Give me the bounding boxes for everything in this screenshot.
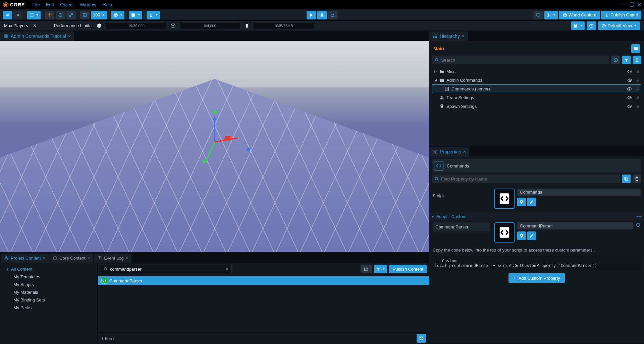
hierarchy-cube-button[interactable]: [611, 56, 620, 64]
locate-button[interactable]: [517, 198, 526, 206]
world-space-button[interactable]: ▼: [111, 11, 125, 19]
max-players-label: Max Players: [4, 23, 28, 28]
viewport-3d[interactable]: [0, 41, 429, 252]
content-item-commandparser[interactable]: CommandParser: [98, 276, 429, 285]
svg-rect-38: [420, 339, 421, 340]
terrain-button[interactable]: ▼: [129, 11, 142, 19]
maximize-icon[interactable]: ❐: [630, 2, 634, 8]
visibility-icon[interactable]: [627, 78, 632, 83]
lock-icon[interactable]: [635, 87, 640, 91]
select-mode-button[interactable]: ▼: [27, 11, 41, 19]
tab-project-content[interactable]: Project Content ×: [1, 254, 49, 263]
redo-button[interactable]: [13, 11, 23, 19]
close-icon[interactable]: ×: [462, 33, 465, 39]
sidebar-my-templates[interactable]: My Templates: [0, 273, 97, 281]
custom-property-name[interactable]: CommandParser: [517, 222, 633, 229]
hierarchy-search-input[interactable]: [441, 58, 606, 63]
undo-button[interactable]: [3, 11, 12, 19]
properties-search-input[interactable]: [441, 177, 617, 182]
scale-tool-button[interactable]: [66, 11, 76, 19]
close-icon[interactable]: ×: [463, 149, 466, 154]
script-thumbnail[interactable]: [494, 222, 515, 243]
move-tool-button[interactable]: [45, 11, 54, 19]
tree-item-admin-commands[interactable]: ◢ Admin Commands: [432, 76, 641, 84]
lock-icon[interactable]: [636, 95, 640, 100]
close-icon[interactable]: ×: [43, 256, 46, 261]
default-view-button[interactable]: Default View▼: [598, 21, 640, 30]
close-icon[interactable]: ×: [88, 256, 90, 261]
hierarchy-search[interactable]: [432, 56, 609, 64]
lock-icon[interactable]: [636, 69, 640, 74]
add-custom-property-button[interactable]: + Add Custom Property: [508, 273, 565, 283]
pause-button[interactable]: [317, 11, 327, 19]
perf-limits-label: Performance Limits:: [54, 23, 93, 28]
menu-object[interactable]: Object: [60, 2, 73, 7]
tab-event-log[interactable]: Event Log ×: [94, 254, 131, 263]
section-script-custom[interactable]: ▼ Script - Custom •••: [429, 213, 644, 220]
grid-view-button[interactable]: [417, 334, 426, 343]
content-search-input[interactable]: [110, 267, 223, 272]
screen-button[interactable]: [534, 11, 543, 19]
custom-property-code[interactable]: -- Custom local propCommandParser = scri…: [432, 256, 641, 271]
script-thumbnail[interactable]: [494, 189, 515, 209]
menu-window[interactable]: Window: [80, 2, 97, 7]
edit-button[interactable]: [527, 198, 536, 206]
sidebar-my-materials[interactable]: My Materials: [0, 288, 97, 296]
visibility-icon[interactable]: [627, 69, 632, 74]
hierarchy-panel: Hierarchy × Main: [429, 31, 644, 146]
close-icon[interactable]: ✕: [637, 2, 641, 8]
snap-value-button[interactable]: 100▼: [91, 11, 107, 19]
transform-gizmo[interactable]: [215, 142, 215, 142]
section-menu-icon[interactable]: •••: [636, 214, 642, 219]
svg-point-75: [521, 235, 522, 236]
hierarchy-filter-button[interactable]: [622, 56, 631, 64]
sidebar-my-binding-sets[interactable]: My Binding Sets: [0, 296, 97, 304]
lock-icon[interactable]: [636, 104, 640, 109]
properties-tab[interactable]: Properties ×: [429, 147, 469, 156]
publish-content-button[interactable]: Publish Content: [389, 265, 427, 273]
copy-button[interactable]: [622, 175, 631, 183]
hierarchy-upload-button[interactable]: [633, 56, 641, 64]
close-tab-icon[interactable]: ×: [68, 33, 71, 39]
minimize-icon[interactable]: —: [622, 2, 627, 8]
menu-edit[interactable]: Edit: [46, 2, 54, 7]
world-capture-button[interactable]: World Capture: [559, 11, 600, 19]
properties-search[interactable]: [432, 175, 620, 183]
lock-icon[interactable]: [636, 78, 640, 82]
tree-item-spawn-settings[interactable]: Spawn Settings: [432, 102, 641, 111]
play-button[interactable]: [307, 11, 316, 19]
visibility-icon[interactable]: [627, 86, 632, 91]
hierarchy-tab[interactable]: Hierarchy ×: [429, 31, 468, 41]
scene-manager-button[interactable]: [631, 44, 640, 53]
tree-item-team-settings[interactable]: Team Settings: [432, 93, 641, 102]
save-layout-button[interactable]: ▼: [571, 21, 585, 30]
script-name-field[interactable]: Commands: [517, 189, 641, 196]
sidebar-my-scripts[interactable]: My Scripts: [0, 281, 97, 288]
tab-core-content[interactable]: Core Content ×: [49, 254, 93, 263]
rotate-tool-button[interactable]: [56, 11, 65, 19]
character-button[interactable]: ▼: [147, 11, 160, 19]
tree-item-commands-server[interactable]: Commands (server): [432, 84, 641, 93]
multiplayer-preview-button[interactable]: [328, 11, 337, 19]
edit-button[interactable]: [527, 231, 536, 240]
clear-search-icon[interactable]: ×: [225, 266, 228, 272]
locate-button[interactable]: [517, 231, 526, 240]
reset-icon[interactable]: [636, 222, 641, 227]
settings-dropdown-button[interactable]: ▼: [544, 11, 558, 19]
sidebar-all-content[interactable]: All Content: [0, 265, 97, 273]
grid-snap-button[interactable]: [80, 11, 90, 19]
content-search[interactable]: ×: [101, 265, 232, 273]
help-button[interactable]: [587, 21, 596, 30]
folder-button[interactable]: [361, 265, 372, 273]
menu-file[interactable]: File: [32, 2, 40, 7]
visibility-icon[interactable]: [627, 95, 632, 100]
menu-help[interactable]: Help: [102, 2, 112, 7]
viewport-tab[interactable]: Admin Commands Tutorial ×: [0, 31, 74, 41]
publish-game-button[interactable]: Publish Game: [601, 11, 641, 19]
visibility-icon[interactable]: [627, 104, 632, 109]
filter-button[interactable]: ▼: [374, 265, 387, 273]
paste-button[interactable]: [633, 175, 641, 183]
close-icon[interactable]: ×: [126, 256, 128, 261]
sidebar-my-perks[interactable]: My Perks: [0, 304, 97, 312]
tree-item-misc[interactable]: ▷ Misc: [432, 67, 641, 76]
